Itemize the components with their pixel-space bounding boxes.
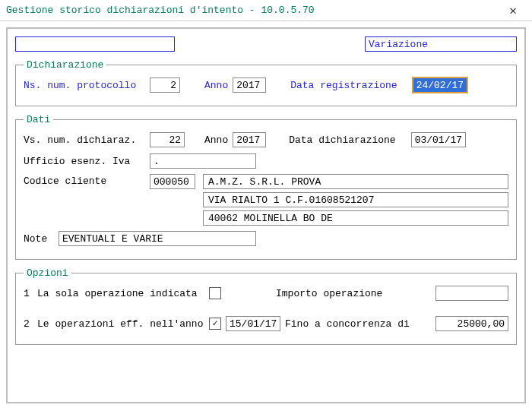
protocollo-label: Ns. num. protocollo — [24, 80, 145, 91]
opt1-checkbox[interactable] — [209, 287, 221, 299]
client-area: Dichiarazione Ns. num. protocollo Anno D… — [6, 27, 526, 403]
note-label: Note — [24, 233, 54, 245]
group-opzioni: Opzioni 1 La sola operazione indicata Im… — [15, 267, 517, 345]
protocollo-input[interactable] — [150, 77, 180, 93]
close-icon[interactable]: ✕ — [500, 3, 526, 18]
vs-num-input[interactable] — [150, 132, 185, 147]
cliente-line3: 40062 MOLINELLA BO DE — [203, 210, 508, 226]
dati-anno-label: Anno — [204, 134, 228, 146]
opt2-number: 2 — [24, 318, 33, 330]
importo-input[interactable] — [435, 286, 508, 301]
status-field[interactable] — [365, 36, 517, 52]
legend-dichiarazione: Dichiarazione — [24, 59, 106, 71]
importo-label: Importo operazione — [276, 288, 382, 299]
anno-label: Anno — [204, 80, 228, 91]
ufficio-label: Ufficio esenz. Iva — [24, 156, 145, 167]
legend-dati: Dati — [24, 114, 53, 125]
opt2-label: Le operazioni eff. nell'anno — [37, 318, 204, 330]
group-dati: Dati Vs. num. dichiaraz. Anno Data dichi… — [15, 114, 517, 260]
window: Gestione storico dichiarazioni d'intento… — [0, 0, 532, 411]
anno-input[interactable] — [233, 77, 266, 93]
ufficio-input[interactable] — [150, 153, 256, 169]
codcli-input[interactable] — [150, 174, 195, 189]
data-dich-label: Data dichiarazione — [289, 134, 395, 146]
fino-input[interactable] — [435, 316, 508, 331]
data-reg-input[interactable]: 24/02/17 — [413, 77, 467, 93]
opt1-number: 1 — [24, 288, 33, 299]
dati-anno-input[interactable] — [233, 132, 266, 147]
opt1-label: La sola operazione indicata — [37, 288, 204, 299]
cliente-line2: VIA RIALTO 1 C.F.01608521207 — [203, 192, 508, 207]
cliente-line1: A.M.Z. S.R.L. PROVA — [203, 174, 508, 189]
data-reg-label: Data registrazione — [290, 80, 397, 91]
data-dich-input[interactable] — [411, 132, 466, 147]
legend-opzioni: Opzioni — [24, 267, 71, 279]
header-left-field[interactable] — [15, 36, 175, 52]
opt2-checkbox[interactable]: ✓ — [209, 318, 221, 330]
opt2-date-input[interactable] — [226, 316, 280, 331]
vs-num-label: Vs. num. dichiaraz. — [24, 134, 145, 146]
window-title: Gestione storico dichiarazioni d'intento… — [6, 5, 315, 16]
title-bar: Gestione storico dichiarazioni d'intento… — [0, 0, 532, 21]
group-dichiarazione: Dichiarazione Ns. num. protocollo Anno D… — [15, 59, 517, 106]
codcli-label: Codice cliente — [24, 174, 145, 187]
fino-label: Fino a concorrenza di — [285, 318, 410, 330]
note-input[interactable] — [59, 231, 256, 246]
